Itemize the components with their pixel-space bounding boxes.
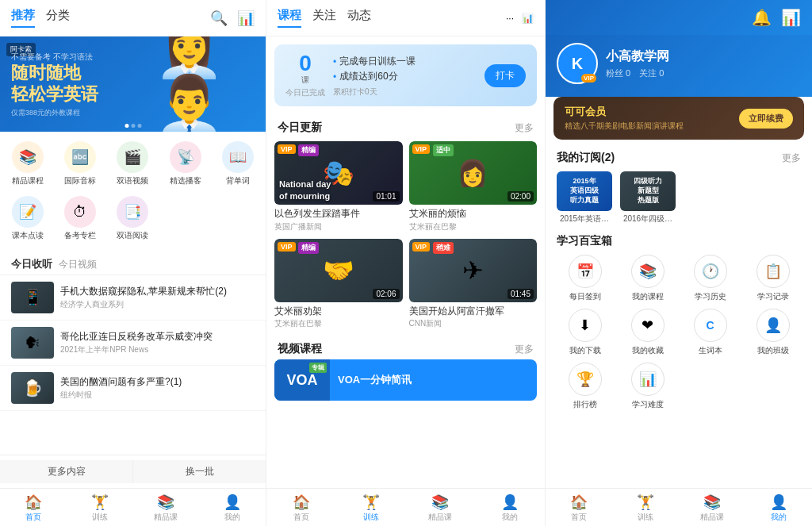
mid-nav-train[interactable]: 🏋 训练: [336, 492, 406, 524]
search-icon[interactable]: 🔍: [210, 10, 228, 27]
sub-label-1: 2015年英语…: [557, 213, 612, 225]
video-card-4[interactable]: ✈ VIP 稍难 01:45 美国开始从阿富汗撤军 CNN新闻: [409, 239, 538, 330]
left-banner[interactable]: 阿卡索 不需要备考 不学习语法 随时随地 轻松学英语 仅需388元的外教课程 👩…: [0, 36, 266, 132]
video-card-2[interactable]: 👩 VIP 适中 02:00 艾米丽的烦恼 艾米丽在巴黎: [409, 141, 538, 232]
voa-card[interactable]: VOA 专辑 VOA一分钟简讯: [274, 359, 537, 401]
vip-renew-button[interactable]: 立即续费: [739, 109, 793, 129]
subscription-more[interactable]: 更多: [782, 152, 801, 165]
toolbox-wordbook[interactable]: C 生词本: [682, 309, 738, 356]
right-nav-courses-label: 精品课: [700, 512, 724, 523]
toolbox-class[interactable]: 👤 我的班级: [745, 309, 801, 356]
tab-category[interactable]: 分类: [46, 8, 70, 28]
list-item[interactable]: 🍺 美国的酗酒问题有多严重?(1) 纽约时报: [0, 366, 266, 411]
nav-profile[interactable]: 👤 我的: [199, 492, 266, 524]
more-content-button[interactable]: 更多内容: [0, 460, 133, 483]
subscription-title: 我的订阅(2): [557, 151, 615, 165]
left-tabs: 推荐 分类: [11, 8, 70, 28]
mid-courses-icon: 📚: [431, 493, 449, 511]
right-panel: 🔔 📊 K VIP 小高教学网 粉丝 0 关注 0 可可会员 精选八千期美剧电影…: [546, 0, 812, 526]
vip-badge-2: VIP: [412, 144, 431, 154]
tab-course[interactable]: 课程: [278, 8, 301, 28]
video-courses-more[interactable]: 更多: [515, 343, 534, 356]
toolbox-favorites[interactable]: ❤ 我的收藏: [619, 309, 676, 356]
notification-icon[interactable]: 🔔: [752, 8, 772, 27]
more-icon[interactable]: ···: [506, 13, 514, 24]
bilingual-reading-icon: 📑: [117, 196, 148, 228]
toolbox-records[interactable]: 📋 学习记录: [745, 255, 801, 302]
sub-item-1[interactable]: 2015年英语四级听力真题 2015年英语…: [557, 171, 612, 225]
video-thumb-2: 👩 VIP 适中 02:00: [409, 141, 538, 205]
tab-follow[interactable]: 关注: [312, 8, 336, 28]
toolbox-history[interactable]: 🕐 学习历史: [682, 255, 738, 302]
wordbook-icon: C: [694, 309, 727, 342]
mid-nav-courses-label: 精品课: [428, 512, 452, 523]
video-card-1[interactable]: 🎭 VIP 精编 National dayof mourning 01:01 以…: [274, 141, 403, 232]
right-nav-courses[interactable]: 📚 精品课: [679, 492, 745, 524]
left-header: 推荐 分类 🔍 📊: [0, 0, 266, 36]
toolbox-ranking[interactable]: 🏆 排行榜: [557, 363, 613, 410]
tab-dynamic[interactable]: 动态: [347, 8, 371, 28]
toolbox-ranking-label: 排行榜: [573, 399, 597, 410]
toolbox-section: 学习百宝箱 📅 每日签到 📚 我的课程 🕐 学习历史 📋 学习记录 ⬇ 我的下载: [546, 228, 812, 488]
toolbox-my-courses[interactable]: 📚 我的课程: [619, 255, 676, 302]
toolbox-checkin[interactable]: 📅 每日签到: [557, 255, 613, 302]
tab-recommend[interactable]: 推荐: [11, 8, 35, 28]
right-nav-profile[interactable]: 👤 我的: [745, 492, 812, 524]
checkin-button[interactable]: 打卡: [485, 64, 526, 87]
icon-premium-course[interactable]: 📚 精品课程: [3, 138, 52, 190]
icon-exam[interactable]: ⏱ 备考专栏: [56, 193, 105, 244]
right-header-icons: 🔔 📊: [752, 8, 801, 27]
vocabulary-icon: 📖: [222, 141, 254, 173]
video-card-3[interactable]: 🤝 VIP 精编 02:06 艾米丽劝架 艾米丽在巴黎: [274, 239, 403, 330]
checkin-icon: 📅: [569, 255, 602, 288]
avatar[interactable]: K VIP: [557, 43, 598, 84]
mid-nav-profile-label: 我的: [502, 512, 518, 523]
video-courses-header: 视频课程 更多: [266, 336, 545, 359]
icon-podcast[interactable]: 📡 精选播客: [161, 138, 210, 190]
mid-nav-profile[interactable]: 👤 我的: [475, 492, 545, 524]
banner-dot-3: [137, 124, 141, 128]
icon-vocabulary[interactable]: 📖 背单词: [213, 138, 262, 190]
audio-title-1: 手机大数据窥探隐私,苹果新规来帮忙(2): [60, 285, 255, 298]
audio-meta-1: 经济学人商业系列: [60, 299, 255, 310]
voa-tag: 专辑: [309, 363, 327, 373]
mid-nav-courses[interactable]: 📚 精品课: [406, 492, 476, 524]
right-bottom-nav: 🏠 首页 🏋 训练 📚 精品课 👤 我的: [546, 488, 812, 526]
toolbox-difficulty[interactable]: 📊 学习难度: [619, 363, 676, 410]
vip-badge-3: VIP: [278, 242, 296, 251]
favorites-icon: ❤: [631, 309, 665, 342]
right-nav-train[interactable]: 🏋 训练: [612, 492, 679, 524]
vip-desc: 精选八千期美剧电影新闻演讲课程: [565, 121, 684, 132]
premium-course-label: 精品课程: [12, 175, 44, 186]
textbook-icon: 📝: [12, 196, 44, 228]
stats-icon[interactable]: 📊: [237, 10, 255, 27]
icon-bilingual-reading[interactable]: 📑 双语阅读: [108, 193, 157, 244]
nav-home[interactable]: 🏠 首页: [0, 492, 67, 524]
profile-info: 小高教学网 粉丝 0 关注 0: [606, 48, 669, 79]
video-source-1: 英国广播新闻: [274, 221, 403, 232]
refresh-button[interactable]: 换一批: [133, 460, 266, 483]
video-source-3: 艾米丽在巴黎: [274, 318, 403, 329]
icon-textbook[interactable]: 📝 课本点读: [3, 193, 52, 244]
checkin-tasks: 完成每日训练一课 成绩达到60分 累积打卡0天: [333, 53, 477, 98]
subscription-header: 我的订阅(2) 更多: [557, 151, 801, 165]
nav-train[interactable]: 🏋 训练: [67, 492, 133, 524]
podcast-icon: 📡: [170, 141, 201, 173]
mid-nav-home[interactable]: 🏠 首页: [266, 492, 336, 524]
mid-stats-icon[interactable]: 📊: [522, 13, 534, 24]
profile-stats: 粉丝 0 关注 0: [606, 67, 669, 79]
icon-bilingual-video[interactable]: 🎬 双语视频: [108, 138, 157, 190]
nav-courses[interactable]: 📚 精品课: [133, 492, 200, 524]
today-updates-more[interactable]: 更多: [515, 121, 534, 135]
audio-info-1: 手机大数据窥探隐私,苹果新规来帮忙(2) 经济学人商业系列: [60, 285, 255, 311]
right-nav-home[interactable]: 🏠 首页: [546, 492, 612, 524]
toolbox-download[interactable]: ⬇ 我的下载: [557, 309, 613, 356]
icon-phonetics[interactable]: 🔤 国际音标: [56, 138, 105, 190]
right-courses-icon: 📚: [703, 493, 721, 511]
podcast-label: 精选播客: [170, 175, 201, 186]
right-stats-icon[interactable]: 📊: [781, 8, 801, 27]
list-item[interactable]: 🗣 哥伦比亚连日反税务改革示威变冲突 2021年上半年NPR News: [0, 321, 266, 366]
list-item[interactable]: 📱 手机大数据窥探隐私,苹果新规来帮忙(2) 经济学人商业系列: [0, 275, 266, 321]
sub-item-2[interactable]: 四级听力新题型热题版 2016年四级…: [620, 171, 676, 225]
premium-course-icon: 📚: [12, 141, 44, 173]
